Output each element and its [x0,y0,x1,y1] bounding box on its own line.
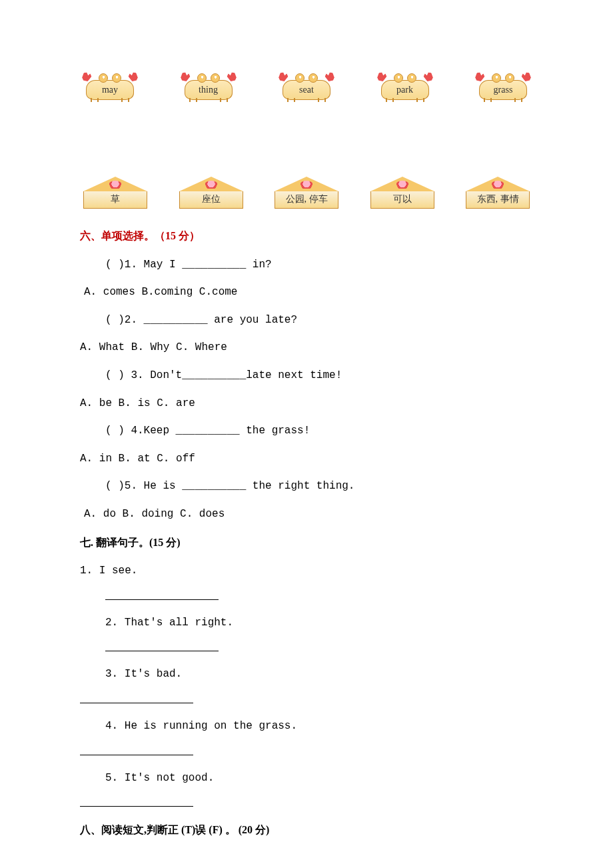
answer-blank[interactable] [80,796,193,807]
house-label: 公园, 停车 [275,191,338,209]
q6-4-options: A. in B. at C. off [80,451,533,468]
house-roof-icon [466,177,530,191]
crab-body-icon: park [381,80,429,100]
house-park: 公园, 停车 [275,177,338,209]
crab-eyes-icon [99,73,121,83]
crab-label: may [102,83,118,97]
q7-5: 5. It's not good. [80,770,533,787]
answer-blank[interactable] [80,745,193,755]
q6-3-options: A. be B. is C. are [80,395,533,413]
crab-may: may [83,73,137,110]
answer-blank[interactable] [105,589,219,600]
crab-seat: seat [280,73,333,110]
q7-2: 2. That's all right. [80,615,533,632]
crab-body-icon: grass [479,80,527,100]
crab-grass: grass [476,73,530,110]
crab-eyes-icon [295,73,318,83]
crab-body-icon: may [86,80,134,100]
house-roof-icon [275,177,338,191]
crab-park: park [378,73,432,110]
house-seat: 座位 [179,177,243,209]
house-may: 可以 [370,177,434,209]
house-label: 东西, 事情 [466,191,530,209]
section6-title: 六、单项选择。（15 分） [80,227,533,245]
crab-label: thing [199,83,218,97]
house-roof-icon [179,177,243,191]
crab-label: grass [494,83,513,97]
house-label: 座位 [179,191,243,209]
crab-eyes-icon [197,73,220,83]
crab-thing: thing [182,73,235,110]
house-thing: 东西, 事情 [466,177,530,209]
house-roof-icon [83,177,147,191]
section7-list: 1. I see. 2. That's all right. 3. It's b… [80,563,533,807]
crab-eyes-icon [394,73,416,83]
section7-title: 七. 翻译句子。(15 分) [80,534,533,551]
vocab-crab-row: may thing seat park grass [80,73,533,110]
crab-body-icon: seat [283,80,330,100]
q6-3: ( ) 3. Don't__________late next time! [80,367,533,385]
house-label: 可以 [370,191,434,209]
section8-title: 八、阅读短文,判断正 (T)误 (F) 。 (20 分) [80,821,533,839]
house-roof-icon [370,177,434,191]
translation-house-row: 草 座位 公园, 停车 可以 东西, 事情 [80,177,533,209]
crab-eyes-icon [492,73,514,83]
house-label: 草 [83,191,147,209]
answer-blank[interactable] [105,641,219,651]
q6-5-options: A. do B. doing C. does [80,506,533,523]
q6-1: ( )1. May I __________ in? [80,257,533,274]
q7-3: 3. It's bad. [80,666,533,683]
q6-1-options: A. comes B.coming C.come [80,284,533,301]
q6-4: ( ) 4.Keep __________ the grass! [80,423,533,440]
q6-2: ( )2. __________ are you late? [80,312,533,329]
house-grass: 草 [83,177,147,209]
q7-1: 1. I see. [80,563,533,580]
q6-5: ( )5. He is __________ the right thing. [80,478,533,495]
crab-label: park [396,83,413,97]
answer-blank[interactable] [80,693,193,703]
crab-body-icon: thing [185,80,233,100]
q6-2-options: A. What B. Why C. Where [80,339,533,357]
crab-label: seat [299,83,314,97]
q7-4: 4. He is running on the grass. [80,718,533,735]
